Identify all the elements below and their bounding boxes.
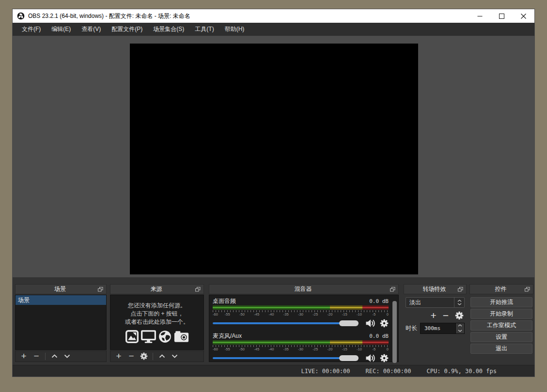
mixer-channel-desktop-audio: 桌面音频 0.0 dB -60-55-50-45-40-35-30-25-20-… xyxy=(213,297,389,329)
meter-tick-label: -55 xyxy=(225,312,230,317)
globe-source-icon xyxy=(158,330,172,343)
mute-button[interactable] xyxy=(365,354,375,362)
mixer-panel: 混音器 桌面音频 0.0 dB -60-55-50-45-40-35-30-25… xyxy=(209,284,399,362)
close-button[interactable] xyxy=(513,9,534,23)
transitions-panel-title: 转场特效 xyxy=(404,285,458,293)
popout-icon[interactable] xyxy=(98,287,105,292)
duration-value: 300ms xyxy=(421,323,455,333)
exit-button[interactable]: 退出 xyxy=(470,344,532,354)
move-source-up-button[interactable] xyxy=(156,351,167,361)
chevron-down-icon xyxy=(457,303,462,305)
gear-icon xyxy=(140,352,148,360)
controls-panel-title: 控件 xyxy=(470,285,525,293)
sources-panel: 来源 您还没有添加任何源。 点击下面的 + 按钮， 或者右击此处添加一个。 xyxy=(110,284,204,362)
image-source-icon xyxy=(125,330,139,343)
sources-empty-state[interactable]: 您还没有添加任何源。 点击下面的 + 按钮， 或者右击此处添加一个。 xyxy=(110,295,204,350)
camera-source-icon xyxy=(174,330,189,343)
mute-button[interactable] xyxy=(365,319,375,328)
scene-list[interactable]: 场景 xyxy=(15,295,107,350)
meter-tick-label: -20 xyxy=(328,312,333,317)
meter-tick-label: -10 xyxy=(357,312,362,317)
meter-tick-label: -25 xyxy=(313,347,318,351)
meter-scale: -60-55-50-45-40-35-30-25-20-15-10-50 xyxy=(213,312,389,317)
popout-icon[interactable] xyxy=(525,287,531,292)
volume-slider-handle[interactable] xyxy=(339,320,359,326)
transition-select[interactable]: 淡出 xyxy=(406,297,465,308)
volume-slider[interactable] xyxy=(213,355,361,362)
mixer-panel-title: 混音器 xyxy=(209,285,390,293)
meter-tick-label: -35 xyxy=(283,312,289,317)
channel-settings-button[interactable] xyxy=(380,319,389,328)
volume-slider-track xyxy=(213,357,340,359)
chevron-up-icon xyxy=(458,324,462,327)
menu-view[interactable]: 查看(V) xyxy=(76,23,106,36)
move-scene-up-button[interactable] xyxy=(49,351,60,361)
sources-panel-header[interactable]: 来源 xyxy=(110,284,204,294)
menu-help[interactable]: 帮助(H) xyxy=(219,23,250,36)
transitions-panel-header[interactable]: 转场特效 xyxy=(404,284,467,294)
meter-tick-label: -55 xyxy=(225,347,230,351)
menu-tools[interactable]: 工具(T) xyxy=(189,23,219,36)
channel-settings-button[interactable] xyxy=(380,354,389,362)
chevron-up-icon xyxy=(457,300,462,302)
menubar: 文件(F) 编辑(E) 查看(V) 配置文件(P) 场景集合(S) 工具(T) … xyxy=(13,23,534,36)
mixer-scrollbar[interactable] xyxy=(392,301,397,363)
preview-canvas[interactable] xyxy=(130,44,418,274)
live-timer: LIVE: 00:00:00 xyxy=(301,368,350,375)
remove-source-button[interactable]: − xyxy=(126,351,137,361)
transition-properties-button[interactable] xyxy=(455,311,464,320)
maximize-button[interactable] xyxy=(491,9,513,23)
display-source-icon xyxy=(141,330,156,343)
volume-slider[interactable] xyxy=(213,320,361,327)
start-recording-button[interactable]: 开始录制 xyxy=(470,309,532,319)
add-source-button[interactable]: + xyxy=(113,351,124,361)
menu-profile[interactable]: 配置文件(P) xyxy=(106,23,148,36)
obs-main-window: OBS 23.2.1 (64-bit, windows) - 配置文件: 未命名… xyxy=(12,9,535,377)
duration-decrease-button[interactable] xyxy=(456,328,464,333)
popout-icon[interactable] xyxy=(458,287,465,292)
duration-spinbox[interactable]: 300ms xyxy=(420,323,465,334)
popout-icon[interactable] xyxy=(195,287,202,292)
channel-level-db: 0.0 dB xyxy=(369,298,389,304)
menu-edit[interactable]: 编辑(E) xyxy=(46,23,76,36)
duration-increase-button[interactable] xyxy=(456,323,464,329)
menu-scene-collection[interactable]: 场景集合(S) xyxy=(148,23,189,36)
meter-tick-label: -60 xyxy=(213,347,218,351)
meter-tick-label: -60 xyxy=(213,312,218,317)
source-properties-button[interactable] xyxy=(139,351,149,361)
scenes-panel-header[interactable]: 场景 xyxy=(15,284,107,294)
move-source-down-button[interactable] xyxy=(169,351,180,361)
source-type-icons xyxy=(125,330,189,343)
remove-transition-button[interactable]: − xyxy=(443,311,449,320)
transition-select-arrows[interactable] xyxy=(454,298,464,307)
speaker-icon xyxy=(365,354,375,362)
scenes-panel-title: 场景 xyxy=(16,285,98,293)
scene-list-item-selected[interactable]: 场景 xyxy=(16,295,106,305)
volume-slider-handle[interactable] xyxy=(339,355,359,361)
settings-button[interactable]: 设置 xyxy=(470,332,532,342)
sources-empty-line: 或者右击此处添加一个。 xyxy=(125,318,189,326)
mixer-channel-mic-aux: 麦克风/Aux 0.0 dB -60-55-50-45-40-35-30-25-… xyxy=(213,332,389,363)
transitions-panel: 转场特效 淡出 + − xyxy=(404,284,467,362)
move-scene-down-button[interactable] xyxy=(62,351,72,361)
remove-scene-button[interactable]: − xyxy=(31,351,42,361)
minimize-button[interactable] xyxy=(469,9,491,23)
controls-panel-header[interactable]: 控件 xyxy=(469,284,533,294)
meter-scale: -60-55-50-45-40-35-30-25-20-15-10-50 xyxy=(213,347,389,352)
studio-mode-button[interactable]: 工作室模式 xyxy=(470,320,532,331)
popout-icon[interactable] xyxy=(390,287,397,292)
meter-tick-label: -45 xyxy=(254,347,259,351)
meter-tick-label: -10 xyxy=(357,347,362,351)
transition-selected-value: 淡出 xyxy=(406,298,454,307)
add-transition-button[interactable]: + xyxy=(430,311,436,320)
volume-meter xyxy=(213,340,389,345)
add-scene-button[interactable]: + xyxy=(18,351,29,361)
toolbar-separator xyxy=(153,353,153,360)
meter-tick-label: -35 xyxy=(283,347,289,351)
start-streaming-button[interactable]: 开始推流 xyxy=(470,297,532,307)
mixer-panel-header[interactable]: 混音器 xyxy=(209,284,399,294)
channel-level-db: 0.0 dB xyxy=(369,333,389,339)
meter-tick-label: -15 xyxy=(342,347,347,351)
volume-slider-track xyxy=(213,322,340,324)
menu-file[interactable]: 文件(F) xyxy=(16,23,46,36)
